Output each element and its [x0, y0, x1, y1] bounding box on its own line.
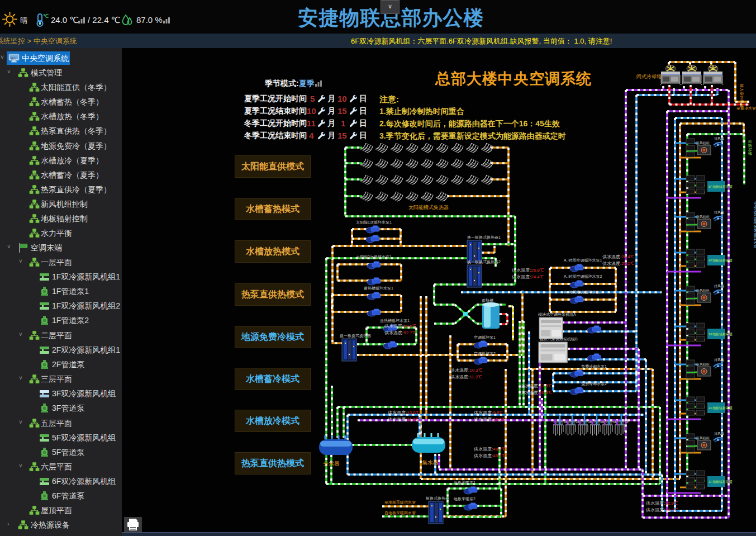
svg-text:空调循环泵2: 空调循环泵2	[474, 352, 496, 356]
svg-text:供水温度:11.2℃: 供水温度:11.2℃	[450, 374, 482, 380]
svg-text:供水温度:12.9℃: 供水温度:12.9℃	[646, 501, 678, 506]
svg-text:空调循环泵1: 空调循环泵1	[474, 335, 496, 340]
svg-text:至地板采暖供水管: 至地板采暖供水管	[384, 500, 416, 505]
svg-text:供水温度:10.5℃: 供水温度:10.5℃	[388, 410, 420, 415]
svg-text:地板采暖泵1: 地板采暖泵1	[453, 481, 476, 485]
svg-text:供水温度:14.2℃: 供水温度:14.2℃	[646, 507, 678, 513]
svg-text:供水温度:26.8℃: 供水温度:26.8℃	[512, 268, 544, 273]
svg-text:模块式空调热泵机组B: 模块式空调热泵机组B	[540, 337, 578, 341]
svg-text:新风机组: 新风机组	[696, 141, 710, 145]
svg-text:换一板换式换热器: 换一板换式换热器	[340, 334, 371, 338]
svg-text:免费冷却水泵1: 免费冷却水泵1	[581, 364, 607, 369]
svg-text:供水温度:9.8℃: 供水温度:9.8℃	[474, 410, 503, 415]
svg-text:太阳能1次循环水泵1: 太阳能1次循环水泵1	[356, 220, 392, 225]
svg-text:集水器: 集水器	[422, 459, 439, 466]
svg-text:5F地板辐射采暖: 5F地板辐射采暖	[709, 184, 733, 189]
svg-text:闭式冷却塔: 闭式冷却塔	[636, 74, 662, 79]
svg-text:2F地板辐射采暖: 2F地板辐射采暖	[709, 406, 733, 410]
svg-text:供水温度:10.3℃: 供水温度:10.3℃	[450, 368, 482, 373]
svg-text:新风机组: 新风机组	[696, 288, 710, 292]
svg-text:供水温度:24.4℃: 供水温度:24.4℃	[512, 274, 544, 279]
svg-text:换一板换式换热器1: 换一板换式换热器1	[467, 235, 501, 240]
svg-text:全楼地板辐射采暖供回水管: 全楼地板辐射采暖供回水管	[753, 201, 756, 248]
svg-text:新风机组: 新风机组	[696, 215, 710, 219]
svg-text:4F地板辐射采暖: 4F地板辐射采暖	[709, 258, 733, 263]
svg-text:蓄热槽循环水泵1: 蓄热槽循环水泵1	[364, 286, 393, 291]
svg-text:A. 时间空调循环水泵3: A. 时间空调循环水泵3	[564, 290, 602, 295]
svg-text:至蓄冷水管: 至蓄冷水管	[736, 106, 756, 111]
svg-text:蓄熱槽: 蓄熱槽	[482, 298, 493, 303]
svg-text:排风扇: 排风扇	[714, 358, 724, 362]
svg-text:自地板采暖回水管: 自地板采暖回水管	[384, 511, 416, 515]
svg-text:接入室外辐射: 接入室外辐射	[739, 84, 744, 107]
svg-text:排风扇: 排风扇	[714, 136, 724, 140]
svg-text:输入: 输入	[11, 56, 16, 60]
svg-text:免费冷却水泵2: 免费冷却水泵2	[581, 382, 607, 386]
svg-text:分水器: 分水器	[323, 461, 340, 467]
svg-text:排风扇: 排风扇	[714, 210, 724, 214]
svg-text:供水温度:45.1℃: 供水温度:45.1℃	[474, 453, 506, 458]
svg-text:供水温度:16.4℃: 供水温度:16.4℃	[520, 390, 552, 395]
svg-text:排风扇: 排风扇	[714, 431, 724, 435]
svg-text:新风机组: 新风机组	[696, 362, 710, 366]
svg-text:A. 时间空调循环水泵2: A. 时间空调循环水泵2	[564, 274, 602, 279]
svg-text:排风扇: 排风扇	[714, 284, 724, 288]
svg-text:3F地板辐射采暖: 3F地板辐射采暖	[709, 332, 733, 336]
svg-text:供水温度:52.7℃: 供水温度:52.7℃	[384, 330, 416, 335]
svg-text:新风机组: 新风机组	[696, 436, 710, 440]
svg-text:模块式空调热泵机组A: 模块式空调热泵机组A	[538, 312, 576, 317]
svg-text:换一板换式换热器2: 换一板换式换热器2	[467, 260, 501, 264]
svg-text:放热槽循环水泵1: 放热槽循环水泵1	[380, 319, 410, 323]
svg-text:A. 时间空调循环水泵1: A. 时间空调循环水泵1	[564, 258, 602, 263]
svg-text:供水温度:48.2℃: 供水温度:48.2℃	[474, 447, 506, 452]
svg-text:供水温度:25.1℃: 供水温度:25.1℃	[602, 261, 634, 266]
svg-text:地板采暖泵2: 地板采暖泵2	[453, 497, 476, 501]
svg-text:板换式换热器: 板换式换热器	[425, 496, 449, 501]
svg-text:供水温度:11.8℃: 供水温度:11.8℃	[388, 417, 420, 422]
svg-text:至蓄熱槽: 至蓄熱槽	[748, 140, 752, 155]
svg-text:供水温度:28.4℃: 供水温度:28.4℃	[602, 254, 634, 259]
svg-text:1F地板辐射采暖: 1F地板辐射采暖	[709, 480, 733, 484]
svg-text:供水温度:10.6℃: 供水温度:10.6℃	[474, 417, 506, 422]
svg-text:太阳能槽式集热器: 太阳能槽式集热器	[408, 205, 449, 210]
svg-text:供水温度:58.6℃: 供水温度:58.6℃	[384, 324, 416, 329]
svg-text:太阳能2次循环水泵1: 太阳能2次循环水泵1	[356, 255, 392, 259]
svg-text:℃: ℃	[43, 13, 49, 19]
svg-text:供水温度:17.8℃: 供水温度:17.8℃	[520, 383, 552, 388]
